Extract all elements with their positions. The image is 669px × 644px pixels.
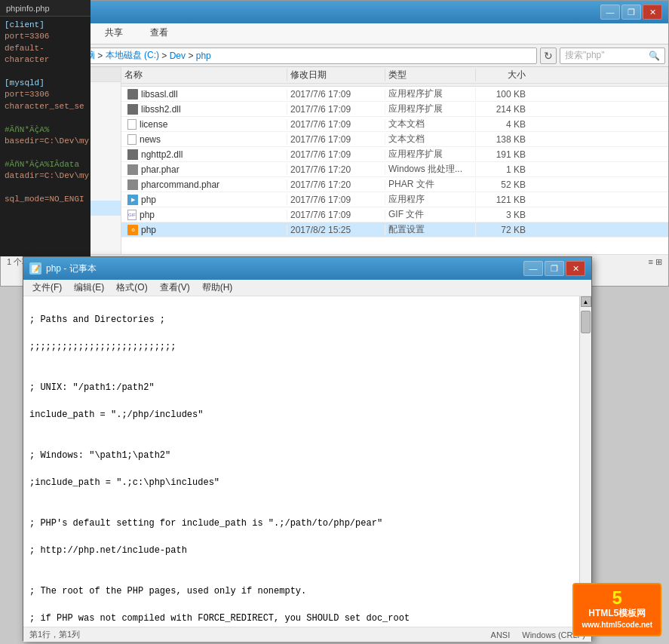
- file-date: 2017/7/6 17:09: [287, 195, 385, 205]
- filename-text: php: [141, 225, 156, 235]
- file-date: 2017/8/2 15:25: [287, 225, 385, 235]
- file-list: 名称 修改日期 类型 大小 libsasl.dll 2017/7/6 17:09…: [121, 67, 668, 254]
- col-header-date[interactable]: 修改日期: [287, 69, 385, 81]
- left-editor-content: [client] port=3306 default-character [my…: [0, 17, 91, 208]
- content-line-1: ; Paths and Directories ;: [29, 314, 165, 325]
- menu-item-file[interactable]: 文件(F): [26, 280, 68, 296]
- editor-line: [5, 147, 86, 158]
- notepad-restore[interactable]: ❐: [545, 261, 564, 276]
- filename-text: license: [140, 119, 167, 130]
- watermark-line2: www.html5code.net: [582, 620, 652, 630]
- notepad-minimize[interactable]: —: [523, 261, 543, 276]
- restore-button[interactable]: ❐: [621, 5, 641, 20]
- ribbon-tab-share[interactable]: 共享: [97, 25, 130, 42]
- table-row[interactable]: pharcommand.phar 2017/7/6 17:20 PHAR 文件 …: [121, 177, 668, 192]
- scroll-up-arrow[interactable]: ▲: [581, 296, 591, 307]
- notepad-menu: 文件(F) 编辑(E) 格式(O) 查看(V) 帮助(H): [23, 280, 591, 296]
- editor-line: #ÃñN*Äç̀A%IÂdata: [5, 159, 86, 170]
- file-type: 应用程序扩展: [385, 87, 476, 100]
- col-header-name[interactable]: 名称: [121, 69, 287, 81]
- phar-icon: [127, 179, 138, 190]
- left-editor-title: phpinfo.php: [6, 4, 50, 13]
- left-editor-tab: phpinfo.php: [0, 0, 91, 17]
- notepad-status: 第1行，第1列 ANSI Windows (CRLF): [23, 627, 591, 642]
- search-placeholder: 搜索"php": [565, 49, 605, 62]
- menu-item-help[interactable]: 帮助(H): [196, 280, 239, 296]
- filename-text: libssh2.dll: [141, 104, 181, 115]
- ribbon: 文件 主页 共享 查看: [1, 23, 668, 44]
- content-line-14: ; if PHP was not compiled with FORCE_RED…: [29, 613, 410, 624]
- watermark-logo: 5: [582, 589, 652, 607]
- col-header-type[interactable]: 类型: [385, 69, 476, 81]
- file-size: 72 KB: [476, 225, 529, 235]
- menu-item-edit[interactable]: 编辑(E): [68, 280, 110, 296]
- content-line-8: ;include_path = ".;c:\php\includes": [29, 477, 219, 488]
- notepad-title-buttons: — ❐ ✕: [523, 261, 585, 276]
- explorer-window: php — ❐ ✕ 文件 主页 共享 查看 ← → ↑ 此电脑 > 本地磁盘 (…: [0, 0, 669, 287]
- notepad-text-area[interactable]: ; Paths and Directories ; ;;;;;;;;;;;;;;…: [23, 296, 579, 627]
- left-editor-panel: phpinfo.php [client] port=3306 default-c…: [0, 0, 91, 256]
- file-size: 121 KB: [476, 195, 529, 205]
- vertical-scrollbar[interactable]: ▲ ▼: [579, 296, 591, 627]
- file-name-libsasl: libsasl.dll: [121, 89, 287, 100]
- table-row[interactable]: ⚙ php 2017/8/2 15:25 配置设置 72 KB: [121, 222, 668, 238]
- editor-line: port=3306: [5, 31, 86, 42]
- table-row[interactable]: license 2017/7/6 17:09 文本文档 4 KB: [121, 117, 668, 132]
- table-row[interactable]: ▶ php 2017/7/6 17:09 应用程序 121 KB: [121, 192, 668, 207]
- table-row[interactable]: news 2017/7/6 17:09 文本文档 138 KB: [121, 132, 668, 147]
- scroll-thumb[interactable]: [581, 311, 591, 333]
- file-name-news: news: [121, 134, 287, 145]
- file-size: 52 KB: [476, 179, 529, 190]
- file-date: 2017/7/6 17:09: [287, 104, 385, 115]
- file-type: PHAR 文件: [385, 178, 476, 191]
- path-dev: Dev: [170, 51, 186, 61]
- file-name-php-gif: GIF php: [121, 210, 287, 220]
- file-list-header: 名称 修改日期 类型 大小: [121, 67, 668, 84]
- close-button[interactable]: ✕: [643, 5, 662, 20]
- minimize-button[interactable]: —: [600, 5, 620, 20]
- exe-icon: ▶: [127, 195, 138, 205]
- file-type: 文本文档: [385, 118, 476, 130]
- scroll-track: [580, 307, 591, 616]
- path-php: php: [196, 51, 211, 61]
- table-row[interactable]: nghttp2.dll 2017/7/6 17:09 应用程序扩展 191 KB: [121, 147, 668, 162]
- editor-line: [5, 66, 86, 78]
- ribbon-tab-view[interactable]: 查看: [143, 25, 176, 42]
- content-line-7: ; Windows: "\path1;\path2": [29, 450, 170, 461]
- search-icon: 🔍: [649, 51, 660, 61]
- col-header-size[interactable]: 大小: [476, 69, 529, 81]
- batch-icon: [127, 164, 138, 175]
- file-type: 应用程序扩展: [385, 148, 476, 161]
- search-box[interactable]: 搜索"php" 🔍: [560, 48, 665, 64]
- editor-line: port=3306: [5, 89, 86, 100]
- dll-icon: [127, 89, 138, 100]
- file-size: 4 KB: [476, 119, 529, 130]
- file-name-license: license: [121, 119, 287, 130]
- watermark-badge: 5 HTML5模板网 www.html5code.net: [572, 583, 661, 636]
- table-row[interactable]: phar.phar 2017/7/6 17:20 Windows 批处理... …: [121, 162, 668, 177]
- gif-icon: GIF: [127, 210, 137, 220]
- editor-line: sql_mode=NO_ENGI: [5, 194, 86, 205]
- filename-text: pharcommand.phar: [141, 179, 219, 190]
- file-type: Windows 批处理...: [385, 163, 476, 176]
- file-name-libssh2: libssh2.dll: [121, 104, 287, 115]
- view-toggle[interactable]: ≡ ⊞: [649, 257, 662, 267]
- table-row[interactable]: GIF php 2017/7/6 17:09 GIF 文件 3 KB: [121, 207, 668, 222]
- notepad-title-left: 📝 php - 记事本: [29, 262, 97, 275]
- file-type: GIF 文件: [385, 208, 476, 221]
- menu-item-format[interactable]: 格式(O): [110, 280, 153, 296]
- title-bar-buttons: — ❐ ✕: [600, 5, 662, 20]
- address-path[interactable]: 此电脑 > 本地磁盘 (C:) > Dev > php: [63, 48, 537, 64]
- refresh-button[interactable]: ↻: [540, 48, 557, 64]
- file-type: 配置设置: [385, 223, 476, 236]
- content-line-2: ;;;;;;;;;;;;;;;;;;;;;;;;;;;: [29, 342, 176, 352]
- notepad-close[interactable]: ✕: [566, 261, 585, 276]
- table-row[interactable]: libsasl.dll 2017/7/6 17:09 应用程序扩展 100 KB: [121, 87, 668, 102]
- table-row[interactable]: libssh2.dll 2017/7/6 17:09 应用程序扩展 214 KB: [121, 102, 668, 117]
- editor-line: default-character: [5, 43, 86, 66]
- notepad-title-text: php - 记事本: [46, 262, 97, 275]
- address-bar: ← → ↑ 此电脑 > 本地磁盘 (C:) > Dev > php ↻ 搜索"p…: [1, 44, 668, 67]
- menu-item-view[interactable]: 查看(V): [154, 280, 196, 296]
- file-type: 应用程序: [385, 193, 476, 206]
- file-date: 2017/7/6 17:20: [287, 179, 385, 190]
